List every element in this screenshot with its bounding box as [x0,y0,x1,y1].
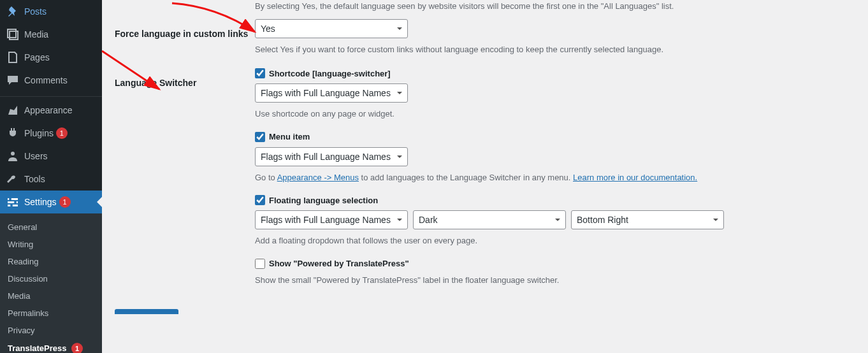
comments-icon [6,74,19,87]
row-label: Language Switcher [115,68,255,286]
sidebar-item-users[interactable]: Users [0,145,102,168]
sidebar-item-media[interactable]: Media [0,23,102,46]
sidebar-label: Tools [24,174,45,184]
sidebar-label: Plugins [24,128,54,138]
settings-panel: By selecting Yes, the default language s… [102,0,868,353]
settings-submenu: General Writing Reading Discussion Media… [0,213,102,353]
plugin-icon [6,127,19,140]
sidebar-item-plugins[interactable]: Plugins 1 [0,122,102,145]
sidebar-item-posts[interactable]: Posts [0,0,102,23]
row-force-language: Force language in custom links Yes Selec… [115,19,855,56]
floating-theme-select[interactable]: Dark [413,210,566,229]
sub-permalinks[interactable]: Permalinks [0,305,102,322]
users-icon [6,150,19,162]
floating-label: Floating language selection [269,196,378,205]
update-badge: 1 [59,196,71,208]
sub-general[interactable]: General [0,219,102,236]
sub-writing[interactable]: Writing [0,236,102,253]
sidebar-item-tools[interactable]: Tools [0,168,102,191]
row-label: Force language in custom links [115,19,255,56]
appearance-icon [6,104,19,117]
svg-point-5 [14,201,17,204]
sidebar-label: Settings [24,197,57,207]
sidebar-label: Comments [24,75,68,85]
sub-translatepress[interactable]: TranslatePress 1 [0,339,102,353]
sidebar-item-appearance[interactable]: Appearance [0,99,102,122]
menu-item-label: Menu item [269,132,310,141]
floating-checkbox[interactable] [255,195,265,205]
admin-sidebar: Posts Media Pages Comments Appearance Pl… [0,0,102,353]
menu-style-select[interactable]: Flags with Full Language Names [255,147,408,166]
update-badge: 1 [71,343,83,353]
sub-privacy[interactable]: Privacy [0,322,102,339]
shortcode-checkbox[interactable] [255,68,265,78]
floating-desc: Add a floating dropdown that follows the… [255,234,855,247]
pages-icon [6,51,19,64]
sidebar-label: Media [24,29,48,40]
sidebar-item-pages[interactable]: Pages [0,46,102,69]
settings-icon [6,196,19,208]
appearance-menus-link[interactable]: Appearance -> Menus [277,173,359,182]
shortcode-desc: Use shortcode on any page or widget. [255,108,855,120]
powered-label: Show "Powered by TranslatePress" [269,259,409,268]
row-language-switcher: Language Switcher Shortcode [language-sw… [115,68,855,286]
sidebar-label: Users [24,151,48,161]
sidebar-label: Pages [24,52,50,62]
menu-item-checkbox[interactable] [255,132,265,142]
svg-point-6 [10,205,13,207]
shortcode-label: Shortcode [language-switcher] [269,69,391,78]
menu-desc: Go to Appearance -> Menus to add languag… [255,171,855,184]
sub-label: TranslatePress [8,343,67,353]
floating-style-select[interactable]: Flags with Full Language Names [255,210,408,229]
svg-point-4 [9,198,11,201]
sidebar-item-settings[interactable]: Settings 1 [0,191,102,213]
tools-icon [6,173,19,185]
sidebar-item-comments[interactable]: Comments [0,69,102,92]
docs-link[interactable]: Learn more in our documentation. [573,173,697,182]
sidebar-label: Posts [24,6,47,17]
sub-discussion[interactable]: Discussion [0,270,102,287]
floating-position-select[interactable]: Bottom Right [571,210,724,229]
force-language-select[interactable]: Yes [255,19,408,38]
sub-reading[interactable]: Reading [0,253,102,270]
force-language-desc: Select Yes if you want to force custom l… [255,43,855,56]
save-button-top[interactable] [115,309,178,314]
pin-icon [6,5,19,18]
sub-media[interactable]: Media [0,287,102,305]
update-badge: 1 [56,127,68,139]
top-description: By selecting Yes, the default language s… [255,0,855,13]
powered-desc: Show the small "Powered by TranslatePres… [255,274,855,287]
svg-point-0 [11,152,15,155]
media-icon [6,28,19,41]
shortcode-style-select[interactable]: Flags with Full Language Names [255,83,408,103]
sidebar-label: Appearance [24,105,73,115]
separator [0,94,102,97]
powered-checkbox[interactable] [255,259,265,269]
